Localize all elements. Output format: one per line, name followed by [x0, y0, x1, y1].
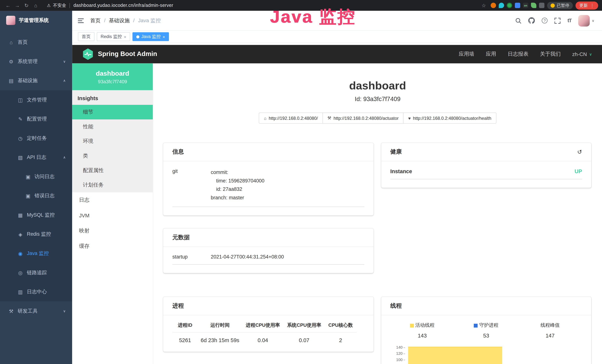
- sidebar-item-dev-tools[interactable]: ⚒ 研发工具 ∨: [0, 301, 72, 321]
- sba-nav-journal[interactable]: 日志报表: [508, 51, 528, 57]
- sidebar-item-label: 定时任务: [27, 135, 47, 142]
- breadcrumb-home[interactable]: 首页: [90, 17, 101, 24]
- sba-logo-icon[interactable]: [82, 48, 94, 60]
- extension-icon[interactable]: [531, 3, 536, 8]
- extension-icon[interactable]: [515, 3, 520, 8]
- sidebar-collapse-icon[interactable]: [78, 18, 84, 23]
- sba-item-config-props[interactable]: 配置属性: [72, 163, 153, 178]
- extension-icon[interactable]: [499, 3, 504, 8]
- sba-item-scheduled-tasks[interactable]: 计划任务: [72, 178, 153, 193]
- puzzle-icon[interactable]: [539, 3, 544, 8]
- sidebar-item-scheduled-jobs[interactable]: ◷ 定时任务: [0, 129, 72, 148]
- help-icon[interactable]: ?: [542, 18, 548, 23]
- sidebar-item-label: Java 监控: [27, 250, 49, 257]
- breadcrumb-infra[interactable]: 基础设施: [109, 17, 130, 24]
- back-icon[interactable]: ←: [4, 2, 12, 8]
- extension-on-icon[interactable]: on: [523, 3, 528, 8]
- status-badge: UP: [575, 168, 582, 174]
- instance-header[interactable]: dashboard 93a3fc7f7409: [72, 64, 153, 90]
- sidebar-item-error-log[interactable]: ▣ 错误日志: [0, 186, 72, 205]
- cell-cpu-cores: 2: [325, 337, 356, 343]
- sidebar-item-access-log[interactable]: ▣ 访问日志: [0, 167, 72, 186]
- health-card: 健康 ↺ Instance UP: [381, 143, 591, 188]
- cell-process-cpu: 0.04: [242, 337, 283, 343]
- active-threads-area: [408, 347, 502, 364]
- card-body: 进程ID 运行时间 进程CPU使用率 系统CPU使用率 CPU核心数 5261: [163, 315, 373, 352]
- app-logo-image: [6, 16, 15, 25]
- extension-icon[interactable]: [507, 3, 512, 8]
- app-logo[interactable]: 芋道管理系统: [0, 11, 72, 30]
- sba-item-metrics[interactable]: 性能: [72, 119, 153, 134]
- address-bar[interactable]: ⚠ 不安全 dashboard.yudao.iocoder.cn/infra/a…: [47, 2, 173, 8]
- sidebar-item-log-center[interactable]: ▥ 日志中心: [0, 282, 72, 301]
- locale-selector[interactable]: zh-CN ∨: [572, 51, 592, 57]
- sba-item-mappings[interactable]: 映射: [72, 223, 153, 238]
- sba-nav-wall[interactable]: 应用墙: [459, 51, 474, 57]
- extension-icon[interactable]: [491, 3, 496, 8]
- health-row[interactable]: Instance UP: [390, 168, 582, 179]
- legend-item: 线程峰值 147: [518, 322, 582, 339]
- sba-item-classes[interactable]: 类: [72, 149, 153, 163]
- instance-url-button[interactable]: ⌂ http://192.168.0.2:48080/: [259, 113, 323, 124]
- reload-icon[interactable]: ↻: [22, 2, 31, 8]
- sidebar-item-redis-monitor[interactable]: ◈ Redis 监控: [0, 225, 72, 244]
- tag-redis-monitor[interactable]: Redis 监控 ×: [97, 32, 130, 41]
- card-header: 元数据: [163, 228, 373, 247]
- sidebar-item-infra[interactable]: ▤ 基础设施 ∧: [0, 71, 72, 90]
- sidebar-item-home[interactable]: ⌂ 首页: [0, 33, 72, 52]
- sidebar-item-mysql-monitor[interactable]: ▦ MySQL 监控: [0, 205, 72, 225]
- sidebar-item-tracing[interactable]: ◎ 链路追踪: [0, 263, 72, 282]
- sba-nav-about[interactable]: 关于我们: [540, 51, 561, 57]
- column-header: 进程CPU使用率: [242, 322, 283, 329]
- github-icon[interactable]: [528, 17, 535, 24]
- sba-item-environment[interactable]: 环境: [72, 134, 153, 149]
- tag-home[interactable]: 首页: [78, 32, 94, 41]
- browser-menu-icon[interactable]: ⋮: [590, 3, 594, 8]
- close-icon[interactable]: ×: [163, 34, 165, 39]
- tools-icon: ⚒: [8, 308, 14, 314]
- card-body: 活动线程 143 守护进程: [381, 315, 591, 364]
- log-center-icon: ▥: [17, 289, 23, 295]
- browser-home-icon[interactable]: ⌂: [32, 2, 40, 8]
- page-title: dashboard: [153, 80, 602, 92]
- card-title: 信息: [172, 148, 184, 155]
- link-label: http://192.168.0.2:48080/: [269, 116, 318, 120]
- sidebar-item-file-manage[interactable]: ◫ 文件管理: [0, 90, 72, 110]
- history-icon[interactable]: ↺: [577, 148, 582, 155]
- sidebar-item-system[interactable]: ⚙ 系统管理 ∨: [0, 52, 72, 71]
- update-button[interactable]: 更新 ⋮: [575, 1, 598, 9]
- insights-label: Insights: [72, 90, 153, 105]
- sba-nav-applications[interactable]: 应用: [486, 51, 496, 57]
- card-header: 信息: [163, 143, 373, 161]
- sba-body: dashboard 93a3fc7f7409 Insights 细节 性能 环境…: [72, 64, 602, 364]
- user-menu[interactable]: ∨: [578, 15, 594, 26]
- sidebar-item-java-monitor[interactable]: ◉ Java 监控: [0, 244, 72, 263]
- tag-java-monitor[interactable]: Java 监控 ×: [133, 32, 169, 41]
- fullscreen-icon[interactable]: [554, 17, 560, 23]
- trace-icon: ◎: [17, 270, 23, 276]
- font-size-icon[interactable]: tT: [568, 18, 571, 23]
- sba-item-logs[interactable]: 日志: [72, 192, 153, 208]
- sba-item-details[interactable]: 细节: [72, 105, 153, 119]
- sidebar-item-api-log[interactable]: ▧ API 日志 ∧: [0, 148, 72, 167]
- health-url-button[interactable]: ♥ http://192.168.0.2:48080/actuator/heal…: [403, 113, 496, 124]
- paused-badge[interactable]: 已暂停: [547, 2, 573, 9]
- y-axis-tick: 100: [390, 358, 405, 362]
- sidebar-item-label: 基础设施: [18, 77, 38, 84]
- sba-item-caches[interactable]: 缓存: [72, 238, 153, 254]
- link-label: http://192.168.0.2:48080/actuator/health: [413, 116, 491, 120]
- sba-item-jvm[interactable]: JVM: [72, 208, 153, 223]
- sidebar-item-config-manage[interactable]: ✎ 配置管理: [0, 109, 72, 129]
- forward-icon[interactable]: →: [13, 2, 22, 8]
- bookmark-star-icon[interactable]: ☆: [479, 2, 488, 8]
- metadata-value: 2021-04-27T00:44:31.254+08:00: [211, 254, 284, 260]
- card-body: startup 2021-04-27T00:44:31.254+08:00: [163, 247, 373, 273]
- info-key: git: [172, 168, 211, 202]
- security-warning-label: 不安全: [53, 2, 66, 8]
- actuator-url-button[interactable]: ⚒ http://192.168.0.2:48080/actuator: [322, 113, 404, 124]
- search-icon[interactable]: [515, 17, 521, 23]
- close-icon[interactable]: ×: [124, 34, 126, 39]
- java-icon: ◉: [17, 250, 23, 256]
- screen: ← → ↻ ⌂ ⚠ 不安全 dashboard.yudao.iocoder.cn…: [0, 0, 602, 364]
- tag-label: 首页: [82, 34, 91, 40]
